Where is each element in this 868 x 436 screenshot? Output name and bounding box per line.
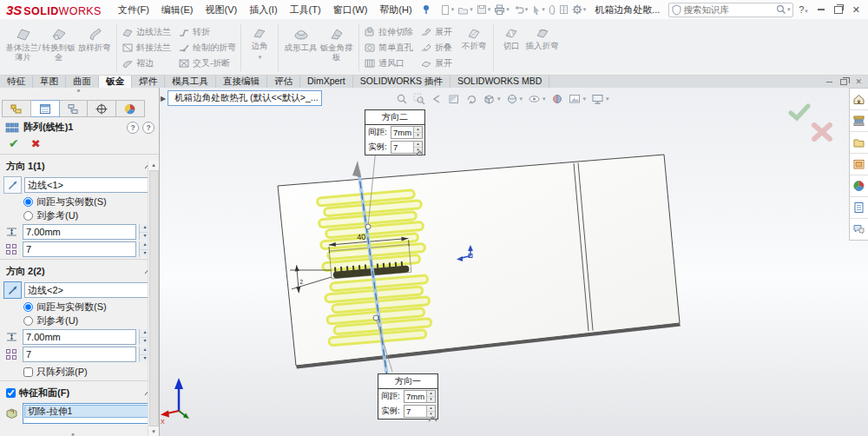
- view-palette-icon[interactable]: [850, 154, 868, 175]
- sketched-bend-button[interactable]: 绘制的折弯: [178, 42, 236, 54]
- tab-features[interactable]: 特征: [0, 76, 33, 88]
- options-gear-icon[interactable]: ▾: [570, 3, 589, 16]
- flatten-button[interactable]: 展开: [420, 57, 452, 69]
- feature-tree-root[interactable]: 机箱边角处散热孔 (默认<<默认>_...: [168, 90, 322, 106]
- miter-flange-button[interactable]: 斜接法兰: [122, 42, 171, 54]
- base-flange-button[interactable]: 基体法兰/薄片: [5, 23, 41, 73]
- open-document-icon[interactable]: ▾: [456, 3, 475, 17]
- rip-button[interactable]: 切口: [498, 23, 524, 73]
- tab-weldments[interactable]: 焊件: [132, 76, 165, 88]
- menu-insert[interactable]: 插入(I): [243, 1, 283, 19]
- knowledge-search-box[interactable]: ▾: [668, 3, 793, 17]
- panel-resize-grip[interactable]: ⦁: [0, 88, 159, 92]
- view-list-icon[interactable]: [557, 3, 570, 16]
- tree-expand-icon[interactable]: ▶: [161, 95, 166, 102]
- scroll-up-icon[interactable]: ▴: [152, 162, 155, 168]
- tab-dimxpert[interactable]: DimXpert: [300, 76, 353, 88]
- panel-scrollbar[interactable]: ▴ ▾: [148, 161, 159, 436]
- menu-tools[interactable]: 工具(T): [284, 1, 327, 19]
- pin-menu-icon[interactable]: [422, 4, 431, 15]
- tab-sheet-metal[interactable]: 钣金: [99, 76, 132, 88]
- apply-scene-icon[interactable]: ▾: [569, 93, 587, 105]
- no-bends-button[interactable]: 不折弯: [459, 23, 489, 73]
- rotate-view-icon[interactable]: [465, 93, 477, 105]
- ok-button[interactable]: ✔: [9, 137, 19, 149]
- spinner[interactable]: ▴▾: [426, 391, 435, 402]
- direction2-callout[interactable]: 方向二 间距: ▴▾ 实例: ▴▾: [365, 109, 425, 155]
- corner-button[interactable]: 边角▾: [246, 23, 273, 73]
- direction1-spacing-field[interactable]: [23, 224, 136, 240]
- previous-view-icon[interactable]: [431, 93, 443, 105]
- fold-button[interactable]: 折叠: [420, 42, 452, 54]
- help-button[interactable]: ?▾: [799, 4, 808, 15]
- view-settings-icon[interactable]: ▾: [591, 93, 609, 105]
- undo-icon[interactable]: ▾: [511, 3, 530, 16]
- search-input[interactable]: [681, 3, 775, 16]
- direction2-callout-spacing-field[interactable]: ▴▾: [391, 126, 423, 139]
- hide-show-items-icon[interactable]: ▾: [528, 93, 546, 105]
- features-selection-list[interactable]: 切除-拉伸1: [23, 403, 150, 424]
- direction2-edge-field[interactable]: [24, 282, 150, 298]
- dimxpert-manager-tab[interactable]: [88, 100, 116, 117]
- pattern-direction2-icon[interactable]: [3, 281, 22, 299]
- pattern-direction1-icon[interactable]: [3, 176, 22, 194]
- display-style-icon[interactable]: ▾: [506, 93, 523, 105]
- direction1-spacing-radio[interactable]: [23, 197, 33, 207]
- direction2-spacing-radio[interactable]: [23, 302, 33, 312]
- scroll-thumb[interactable]: [149, 170, 159, 426]
- jog-button[interactable]: 转折: [178, 26, 236, 38]
- display-manager-tab[interactable]: [116, 100, 145, 117]
- edit-appearance-icon[interactable]: [551, 93, 563, 105]
- direction2-header[interactable]: 方向 2(2): [0, 261, 159, 280]
- tab-mold-tools[interactable]: 模具工具: [165, 76, 216, 88]
- view-orientation-icon[interactable]: ▾: [483, 93, 501, 105]
- menu-file[interactable]: 文件(F): [112, 1, 155, 19]
- design-library-icon[interactable]: [850, 110, 868, 132]
- direction2-instances-field[interactable]: [23, 347, 136, 362]
- insert-bends-button[interactable]: 插入折弯: [524, 23, 560, 73]
- section-view-icon[interactable]: [448, 93, 460, 105]
- file-explorer-icon[interactable]: [850, 132, 868, 154]
- cross-break-button[interactable]: 交叉-折断: [178, 57, 236, 69]
- direction1-edge-field[interactable]: [24, 177, 150, 193]
- features-faces-header[interactable]: 特征和面(F): [0, 383, 159, 401]
- direction1-reference-radio[interactable]: [23, 211, 33, 221]
- solidworks-forum-icon[interactable]: [850, 219, 868, 240]
- minimize-button[interactable]: [818, 9, 825, 10]
- save-icon[interactable]: ▾: [475, 3, 493, 16]
- sheetmetal-gusset-button[interactable]: 钣金角撑板: [319, 23, 354, 73]
- cancel-button[interactable]: ✖: [31, 138, 41, 149]
- select-cursor-icon[interactable]: ▾: [529, 3, 547, 17]
- extruded-cut-button[interactable]: 拉伸切除: [364, 26, 413, 38]
- vent-button[interactable]: 通风口: [364, 57, 413, 69]
- help-icon[interactable]: ?: [142, 122, 155, 134]
- tab-sw-mbd[interactable]: SOLIDWORKS MBD: [450, 76, 549, 88]
- menu-view[interactable]: 视图(V): [200, 1, 244, 19]
- custom-properties-icon[interactable]: [850, 197, 868, 219]
- direction1-callout-collapse-icon[interactable]: [428, 416, 437, 422]
- scroll-down-icon[interactable]: ▾: [152, 428, 155, 435]
- zoom-fit-icon[interactable]: [396, 93, 408, 105]
- selected-feature-item[interactable]: 切除-拉伸1: [24, 405, 148, 418]
- feedback-icon[interactable]: ?: [127, 122, 139, 134]
- direction1-callout-spacing-field[interactable]: ▴▾: [404, 390, 436, 403]
- direction2-reference-radio[interactable]: [23, 316, 33, 326]
- direction1-instances-field[interactable]: [23, 241, 136, 257]
- pattern-seed-only-checkbox[interactable]: [23, 367, 33, 377]
- property-manager-tab[interactable]: [31, 100, 60, 117]
- tab-surfaces[interactable]: 曲面: [66, 76, 99, 88]
- confirm-ok-icon[interactable]: [788, 102, 811, 122]
- unfold-button[interactable]: 展开: [420, 26, 452, 38]
- solidworks-resources-icon[interactable]: [850, 89, 868, 110]
- convert-to-sheetmetal-button[interactable]: 转换到钣金: [41, 23, 76, 73]
- hem-button[interactable]: 褶边: [122, 57, 171, 69]
- appearances-scenes-icon[interactable]: [850, 175, 868, 197]
- simple-hole-button[interactable]: 简单直孔: [364, 42, 413, 54]
- restore-button[interactable]: [834, 6, 843, 14]
- tab-sw-addins[interactable]: SOLIDWORKS 插件: [353, 76, 450, 88]
- direction2-spacing-field[interactable]: [23, 329, 136, 345]
- menu-window[interactable]: 窗口(W): [327, 1, 374, 19]
- zoom-area-icon[interactable]: [413, 93, 425, 105]
- tab-direct-editing[interactable]: 直接编辑: [216, 76, 267, 88]
- graphics-viewport[interactable]: 40 2: [160, 88, 868, 436]
